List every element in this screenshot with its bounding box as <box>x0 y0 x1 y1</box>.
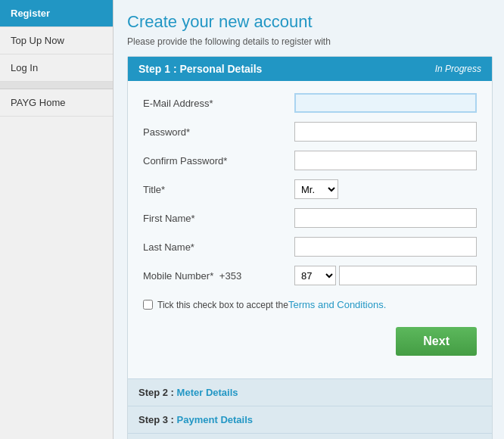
mobile-label: Mobile Number* +353 <box>143 270 294 282</box>
step3-number: Step 3 : <box>138 414 174 425</box>
step2-summary: Step 2 : Meter Details <box>128 378 492 406</box>
step2-name: Meter Details <box>177 387 238 398</box>
page-title: Create your new account <box>127 12 493 32</box>
mobile-code-select[interactable]: 87 85 86 83 89 <box>294 266 336 285</box>
sidebar-item-log-in[interactable]: Log In <box>0 54 113 82</box>
password-row: Password* <box>143 122 477 142</box>
confirm-password-input[interactable] <box>294 151 477 170</box>
email-row: E-Mail Address* <box>143 93 477 113</box>
last-name-label: Last Name* <box>143 241 294 253</box>
last-name-row: Last Name* <box>143 237 477 257</box>
email-label: E-Mail Address* <box>143 98 294 109</box>
terms-row: Tick this check box to accept the Terms … <box>143 294 477 315</box>
terms-checkbox[interactable] <box>143 300 153 310</box>
password-label: Password* <box>143 126 294 138</box>
email-input[interactable] <box>294 93 477 113</box>
mobile-row: Mobile Number* +353 87 85 86 83 89 <box>143 266 477 285</box>
step3-name: Payment Details <box>177 414 253 425</box>
registration-form-card: Step 1 : Personal Details In Progress E-… <box>127 56 493 439</box>
mobile-country-code: +353 <box>219 270 241 282</box>
step1-title: Step 1 : Personal Details <box>138 63 262 75</box>
terms-link[interactable]: Terms and Conditions. <box>288 299 386 310</box>
sidebar-item-register[interactable]: Register <box>0 0 113 27</box>
title-label: Title* <box>143 184 294 195</box>
title-row: Title* Mr. Mrs. Ms. Dr. Prof. <box>143 179 477 199</box>
step4-summary: Step 4 : Confirmation <box>128 433 492 439</box>
confirm-password-row: Confirm Password* <box>143 151 477 170</box>
step1-status: In Progress <box>435 64 481 74</box>
page-subtitle: Please provide the following details to … <box>127 36 493 47</box>
last-name-input[interactable] <box>294 237 477 257</box>
confirm-password-label: Confirm Password* <box>143 155 294 167</box>
step1-header: Step 1 : Personal Details In Progress <box>128 57 492 81</box>
sidebar-item-top-up-now[interactable]: Top Up Now <box>0 27 113 54</box>
first-name-label: First Name* <box>143 213 294 224</box>
terms-text: Tick this check box to accept the <box>157 300 288 310</box>
first-name-input[interactable] <box>294 208 477 228</box>
next-button-row: Next <box>143 327 477 363</box>
next-button[interactable]: Next <box>396 327 477 356</box>
step3-summary: Step 3 : Payment Details <box>128 406 492 433</box>
mobile-number-input[interactable] <box>339 266 477 285</box>
sidebar: Register Top Up Now Log In PAYG Home <box>0 0 114 439</box>
first-name-row: First Name* <box>143 208 477 228</box>
main-content: Create your new account Please provide t… <box>114 0 504 439</box>
step1-form-body: E-Mail Address* Password* Confirm Passwo… <box>128 81 492 378</box>
sidebar-item-payg-home[interactable]: PAYG Home <box>0 89 113 117</box>
title-select[interactable]: Mr. Mrs. Ms. Dr. Prof. <box>294 179 338 199</box>
password-input[interactable] <box>294 122 477 142</box>
sidebar-divider <box>0 82 113 89</box>
step2-number: Step 2 : <box>138 387 174 398</box>
